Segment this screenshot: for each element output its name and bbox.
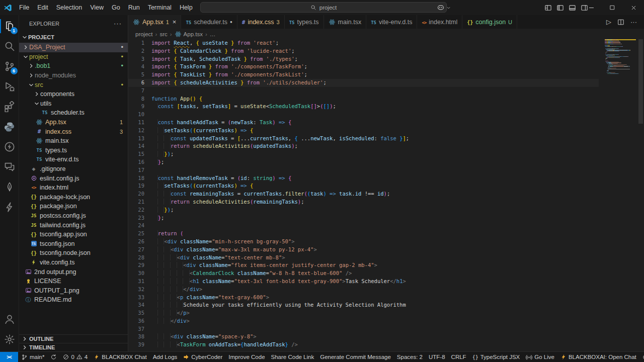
- status-encoding[interactable]: UTF-8: [426, 352, 448, 362]
- file-2nd-output.png[interactable]: 2nd output.png: [19, 267, 128, 277]
- code-line-26[interactable]: 26 <div className="min-h-screen bg-gray-…: [128, 238, 599, 246]
- code-line-11[interactable]: 11 const handleAddTask = (newTask: Task)…: [128, 119, 599, 127]
- activity-account[interactable]: [0, 309, 19, 329]
- code-line-25[interactable]: 25 return (: [128, 230, 599, 238]
- activity-python[interactable]: [0, 117, 19, 137]
- code-line-21[interactable]: 21 return scheduleActivities(remainingTa…: [128, 198, 599, 206]
- status-eol[interactable]: CRLF: [448, 352, 469, 362]
- activity-mongodb[interactable]: [0, 177, 19, 197]
- status-cybercoder[interactable]: CyberCoder: [180, 352, 225, 362]
- activity-chat[interactable]: [0, 157, 19, 177]
- status-problems[interactable]: 04: [60, 352, 91, 362]
- code-line-5[interactable]: 5import { TaskList } from './components/…: [128, 71, 599, 79]
- file-postcss.config.js[interactable]: JSpostcss.config.js: [19, 211, 128, 221]
- status-indentation[interactable]: Spaces: 2: [394, 352, 426, 362]
- folder-dsa_project[interactable]: DSA_Project•: [19, 43, 128, 52]
- close-icon[interactable]: ×: [173, 18, 177, 26]
- file-package-lock.json[interactable]: {}package-lock.json: [19, 193, 128, 202]
- tab-vite-env.d.ts[interactable]: TSvite-env.d.ts: [366, 15, 417, 29]
- menu-edit[interactable]: Edit: [33, 0, 52, 15]
- code-line-27[interactable]: 27 <div className="max-w-3xl mx-auto py-…: [128, 246, 599, 254]
- more-actions-icon[interactable]: ···: [630, 18, 637, 26]
- code-line-20[interactable]: 20 const remainingTasks = currentTasks.f…: [128, 190, 599, 198]
- layout-grid-icon[interactable]: [544, 4, 552, 12]
- code-line-13[interactable]: 13 const updatedTasks = [...currentTasks…: [128, 135, 599, 143]
- file-scheduler.ts[interactable]: TSscheduler.ts: [19, 108, 128, 118]
- maximize-icon[interactable]: [602, 0, 623, 15]
- code-line-19[interactable]: 19 setTasks((currentTasks) => {: [128, 182, 599, 190]
- code-line-16[interactable]: 16 };: [128, 158, 599, 166]
- status-go-live[interactable]: Go Live: [523, 352, 557, 362]
- code-line-22[interactable]: 22 });: [128, 206, 599, 214]
- split-editor-icon[interactable]: [617, 19, 624, 26]
- file-app.tsx[interactable]: App.tsx1: [19, 118, 128, 127]
- folder-node_modules[interactable]: node_modules: [19, 71, 128, 80]
- code-line-12[interactable]: 12 setTasks((currentTasks) => {: [128, 127, 599, 135]
- status-go-live-2[interactable]: Go Live: [639, 352, 644, 362]
- run-button[interactable]: ▷: [606, 18, 611, 26]
- status-blackboxai-open-chat[interactable]: BLACKBOXAI: Open Chat: [557, 352, 639, 362]
- file-output_1.png[interactable]: OUTPUT_1.png: [19, 286, 128, 295]
- file-tsconfig.node.json[interactable]: {}tsconfig.node.json: [19, 248, 128, 258]
- activity-search[interactable]: [0, 36, 19, 56]
- file-main.tsx[interactable]: main.tsx: [19, 136, 128, 146]
- tab-types.ts[interactable]: TStypes.ts: [285, 15, 324, 29]
- activity-source-control[interactable]: 6: [0, 56, 19, 76]
- code-line-36[interactable]: 36 </div>: [128, 317, 599, 325]
- file-readme.md[interactable]: ⓘREADME.md: [19, 295, 128, 305]
- menu-selection[interactable]: Selection: [52, 0, 86, 15]
- minimap[interactable]: [605, 39, 636, 74]
- code-line-23[interactable]: 23 };: [128, 214, 599, 222]
- breadcrumb-item[interactable]: App.tsx: [175, 31, 203, 38]
- section-outline[interactable]: OUTLINE: [19, 334, 128, 343]
- code-line-28[interactable]: 28 <div className="text-center mb-8">: [128, 254, 599, 262]
- status-blackbox-chat[interactable]: BLACKBOX Chat: [91, 352, 149, 362]
- breadcrumb-item[interactable]: …: [210, 31, 216, 37]
- code-line-8[interactable]: 8function App() {: [128, 95, 599, 103]
- menu-file[interactable]: File: [15, 0, 33, 15]
- code-line-35[interactable]: 35 </p>: [128, 309, 599, 317]
- code-line-2[interactable]: 2import { CalendarClock } from 'lucide-r…: [128, 47, 599, 55]
- status-remote[interactable]: ><: [0, 352, 18, 362]
- code-line-1[interactable]: 1import React, { useState } from 'react'…: [128, 39, 599, 47]
- code-line-18[interactable]: 18 const handleRemoveTask = (id: string)…: [128, 174, 599, 183]
- section-project[interactable]: PROJECT: [19, 32, 128, 43]
- toggle-panel-icon[interactable]: [569, 4, 576, 12]
- code-line-6[interactable]: 6import { scheduleActivities } from './u…: [128, 79, 599, 87]
- file-index.html[interactable]: <>index.html: [19, 183, 128, 193]
- code-line-30[interactable]: 30 <CalendarClock className="w-8 h-8 tex…: [128, 269, 599, 278]
- status-language-mode[interactable]: {}TypeScript JSX: [469, 352, 523, 362]
- scrollbar-thumb[interactable]: [638, 39, 643, 124]
- code-line-39[interactable]: 39 <TaskForm onAddTask={handleAddTask} /…: [128, 341, 599, 349]
- code-line-29[interactable]: 29 <div className="flex items-center jus…: [128, 261, 599, 269]
- file-vite.config.ts[interactable]: vite.config.ts: [19, 258, 128, 267]
- file-package.json[interactable]: {}package.json: [19, 202, 128, 211]
- explorer-more-icon[interactable]: ···: [114, 20, 122, 27]
- menu-help[interactable]: Help: [176, 0, 197, 15]
- code-line-31[interactable]: 31 <h1 className="text-3xl font-bold tex…: [128, 278, 599, 286]
- code-line-15[interactable]: 15 });: [128, 150, 599, 158]
- folder-components[interactable]: components: [19, 89, 128, 99]
- code-line-34[interactable]: 34 Schedule your tasks efficiently using…: [128, 301, 599, 309]
- menu-go[interactable]: Go: [108, 0, 124, 15]
- tab-index.html[interactable]: <>index.html: [417, 15, 462, 29]
- file-types.ts[interactable]: TStypes.ts: [19, 146, 128, 155]
- code-line-14[interactable]: 14 return scheduleActivities(updatedTask…: [128, 142, 599, 150]
- close-icon[interactable]: [623, 0, 644, 15]
- code-line-9[interactable]: 9 const [tasks, setTasks] = useState<Sch…: [128, 103, 599, 111]
- status-sync[interactable]: [47, 352, 60, 362]
- activity-blackbox[interactable]: [0, 197, 19, 217]
- section-timeline[interactable]: TIMELINE: [19, 343, 128, 351]
- file-vite-env.d.ts[interactable]: TSvite-env.d.ts: [19, 155, 128, 164]
- tab-index.css[interactable]: #index.css3: [237, 15, 285, 29]
- status-add-logs[interactable]: Add Logs: [150, 352, 181, 362]
- status-git-branch[interactable]: main*: [18, 352, 47, 362]
- code-line-4[interactable]: 4import { TaskForm } from './components/…: [128, 63, 599, 71]
- code-line-32[interactable]: 32 </div>: [128, 286, 599, 294]
- code-line-7[interactable]: 7: [128, 87, 599, 95]
- tab-app.tsx[interactable]: App.tsx1×: [128, 15, 181, 29]
- file-.gitignore[interactable]: ◆.gitignore: [19, 164, 128, 174]
- folder-src[interactable]: src•: [19, 80, 128, 89]
- file-tailwind.config.js[interactable]: JStailwind.config.js: [19, 220, 128, 230]
- code-line-37[interactable]: 37: [128, 325, 599, 333]
